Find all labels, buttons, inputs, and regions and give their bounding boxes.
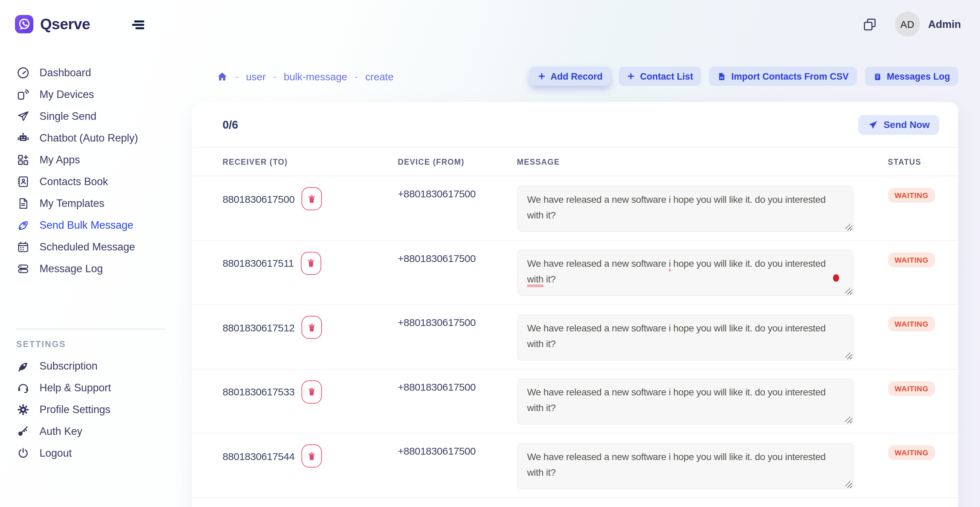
avatar[interactable]: AD	[895, 11, 920, 37]
table-row: 8801830617511 +8801830617500 We have rel…	[192, 241, 958, 305]
table-row: 8801830617512 +8801830617500 We have rel…	[192, 305, 958, 369]
paper-plane-icon	[16, 110, 30, 123]
trash-icon	[307, 386, 317, 397]
contact-list-button[interactable]: Contact List	[619, 67, 701, 86]
sidebar-item-scheduled-message[interactable]: Scheduled Message	[0, 236, 192, 258]
sidebar-item-dashboard[interactable]: Dashboard	[0, 62, 192, 84]
messages-log-button[interactable]: Messages Log	[865, 67, 958, 86]
sidebar-item-label: Profile Settings	[40, 404, 111, 416]
breadcrumb-separator: -	[273, 72, 276, 82]
status-badge: WAITING	[888, 316, 935, 331]
sidebar-item-my-devices[interactable]: My Devices	[0, 84, 192, 105]
message-textarea[interactable]: We have released a new software i hope y…	[517, 250, 853, 296]
breadcrumb-user[interactable]: user	[246, 71, 266, 83]
sidebar-item-my-apps[interactable]: My Apps	[0, 149, 192, 171]
plus-icon	[538, 72, 546, 80]
settings-section-title: SETTINGS	[16, 340, 66, 349]
app-root: Qserve AD Admin Dashboard My Devices	[0, 0, 980, 507]
receiver-number: 8801830617533	[223, 386, 295, 397]
breadcrumb-bulk-message[interactable]: bulk-message	[284, 71, 347, 83]
card-header: 0/6 Send Now	[192, 102, 958, 147]
robot-icon	[16, 131, 30, 145]
copy-icon[interactable]	[862, 17, 877, 32]
apps-grid-plus-icon	[16, 153, 30, 167]
device-number: +8801830617500	[398, 241, 517, 304]
message-textarea[interactable]: We have released a new software i hope y…	[517, 314, 853, 360]
delete-row-button[interactable]	[301, 444, 322, 467]
add-record-button[interactable]: Add Record	[530, 67, 611, 86]
rocket-filled-icon	[16, 359, 30, 373]
sidebar-item-label: Contacts Book	[40, 176, 108, 188]
sidebar-item-label: Subscription	[40, 360, 98, 372]
sidebar-item-send-bulk-message[interactable]: Send Bulk Message	[0, 215, 192, 236]
user-area: AD Admin	[862, 11, 961, 37]
csv-file-icon	[718, 71, 727, 81]
table-row: 8801830617500 +8801830617500 We have rel…	[192, 176, 958, 241]
document-icon	[16, 197, 30, 210]
delete-row-button[interactable]	[301, 380, 322, 403]
device-number: +8801830617500	[398, 305, 517, 369]
sidebar-item-subscription[interactable]: Subscription	[0, 355, 192, 377]
sidebar-item-single-send[interactable]: Single Send	[0, 105, 192, 127]
receiver-number: 8801830617512	[223, 321, 295, 333]
sidebar-item-label: My Apps	[40, 154, 80, 166]
sidebar-item-label: Auth Key	[40, 425, 82, 437]
device-signal-icon	[16, 88, 30, 102]
sidebar-item-label: Send Bulk Message	[40, 219, 134, 231]
sidebar-toggle-icon[interactable]	[132, 21, 144, 29]
trash-icon	[306, 258, 316, 268]
delete-row-button[interactable]	[301, 187, 322, 210]
sidebar-item-chatbot[interactable]: Chatbot (Auto Reply)	[0, 127, 192, 149]
headset-icon	[16, 381, 30, 395]
misspelled-word: with	[527, 273, 543, 284]
device-number: +8801830617500	[398, 369, 517, 433]
delete-row-button[interactable]	[301, 316, 322, 339]
breadcrumb-create[interactable]: create	[365, 71, 393, 83]
home-icon[interactable]	[216, 71, 228, 83]
sidebar-item-label: My Devices	[40, 89, 94, 101]
message-text: it?	[543, 273, 556, 284]
message-textarea[interactable]: We have released a new software i hope y…	[517, 186, 853, 232]
send-plane-icon	[868, 119, 878, 130]
brand-name: Qserve	[40, 15, 90, 33]
status-badge: WAITING	[888, 381, 935, 396]
send-now-button[interactable]: Send Now	[859, 114, 939, 134]
import-contacts-label: Import Contacts From CSV	[731, 71, 849, 81]
sidebar-item-help-support[interactable]: Help & Support	[0, 377, 192, 399]
col-status: STATUS	[888, 157, 939, 166]
messages-log-label: Messages Log	[887, 71, 950, 81]
message-text: We have released a new software	[527, 258, 669, 269]
col-message: MESSAGE	[517, 157, 888, 166]
user-name: Admin	[928, 18, 961, 30]
import-contacts-csv-button[interactable]: Import Contacts From CSV	[710, 67, 857, 86]
sidebar-item-label: My Templates	[40, 197, 105, 210]
sidebar-item-label: Dashboard	[40, 67, 91, 79]
sidebar-nav: Dashboard My Devices Single Send Chatb	[0, 62, 192, 280]
sidebar-item-auth-key[interactable]: Auth Key	[0, 421, 192, 442]
sidebar-item-logout[interactable]: Logout	[0, 442, 192, 464]
device-number: +8801830617500	[398, 176, 517, 240]
sidebar-item-contacts-book[interactable]: Contacts Book	[0, 171, 192, 192]
sidebar-item-message-log[interactable]: Message Log	[0, 258, 192, 280]
sidebar-item-label: Single Send	[40, 110, 96, 122]
breadcrumb-separator: -	[235, 72, 239, 82]
delete-row-button[interactable]	[301, 251, 321, 275]
table-row: 8801830617544 +8801830617500 We have rel…	[192, 434, 958, 498]
sidebar-item-profile-settings[interactable]: Profile Settings	[0, 399, 192, 421]
power-icon	[16, 447, 30, 460]
message-textarea[interactable]: We have released a new software i hope y…	[517, 378, 853, 424]
receiver-number: 8801830617544	[223, 450, 295, 462]
toggles-icon	[16, 262, 30, 276]
table-header: RECEIVER (TO) DEVICE (FROM) MESSAGE STAT…	[192, 147, 958, 176]
gauge-icon	[16, 66, 30, 79]
trash-icon	[307, 322, 317, 332]
sidebar-item-label: Help & Support	[40, 382, 111, 394]
status-badge: WAITING	[888, 252, 935, 267]
sidebar-item-my-templates[interactable]: My Templates	[0, 192, 192, 215]
rocket-icon	[16, 218, 30, 232]
gear-icon	[16, 403, 30, 416]
status-badge: WAITING	[888, 445, 935, 460]
plus-icon	[627, 72, 635, 80]
message-textarea[interactable]: We have released a new software i hope y…	[517, 443, 853, 489]
device-number: +8801830617500	[398, 434, 517, 497]
